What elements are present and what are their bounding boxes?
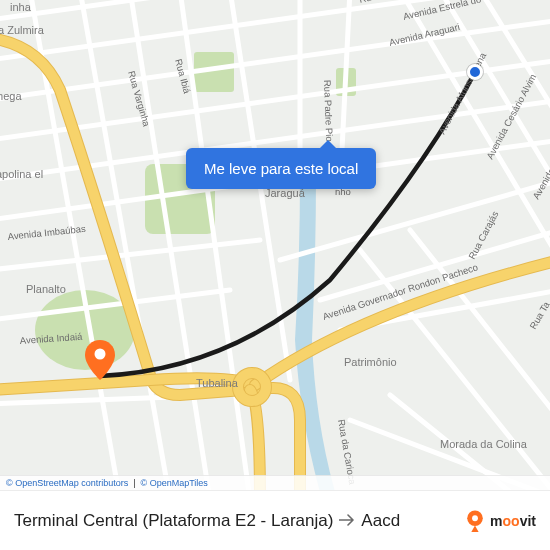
route-destination: Aacd xyxy=(361,511,400,531)
district-label: inha xyxy=(10,1,32,13)
street-label: Rua Padre Pio xyxy=(322,80,335,142)
route-origin: Terminal Central (Plataforma E2 - Laranj… xyxy=(14,511,333,531)
svg-point-8 xyxy=(472,515,478,521)
map-attribution: © OpenStreetMap contributors | © OpenMap… xyxy=(0,475,550,490)
tiles-attribution-link[interactable]: © OpenMapTiles xyxy=(141,478,208,488)
street-label: Rua Ta xyxy=(527,299,550,331)
moovit-logo-text: moovit xyxy=(490,513,536,529)
take-me-there-tooltip[interactable]: Me leve para este local xyxy=(186,148,376,189)
svg-point-6 xyxy=(95,349,106,360)
arrow-right-icon xyxy=(339,511,355,531)
street-label: Avenida Estrela do xyxy=(402,0,482,22)
district-label: apolina el xyxy=(0,168,43,180)
tooltip-text: Me leve para este local xyxy=(204,160,358,177)
route-title: Terminal Central (Plataforma E2 - Laranj… xyxy=(14,511,464,531)
district-label: a Zulmira xyxy=(0,24,45,36)
moovit-logo[interactable]: moovit xyxy=(464,510,536,532)
district-label: Planalto xyxy=(26,283,66,295)
moovit-logo-icon xyxy=(464,510,486,532)
district-label: mega xyxy=(0,90,22,102)
route-end-pin[interactable] xyxy=(85,340,115,380)
pin-icon xyxy=(85,340,115,380)
map-viewport[interactable]: a Zulmira inha mega apolina el Planalto … xyxy=(0,0,550,490)
osm-attribution-link[interactable]: © OpenStreetMap contributors xyxy=(6,478,128,488)
district-label: Tubalina xyxy=(196,377,239,389)
route-start-marker[interactable] xyxy=(467,64,483,80)
footer-bar: Terminal Central (Plataforma E2 - Laranj… xyxy=(0,490,550,550)
district-label: Patrimônio xyxy=(344,356,397,368)
district-label: Morada da Colina xyxy=(440,438,528,450)
